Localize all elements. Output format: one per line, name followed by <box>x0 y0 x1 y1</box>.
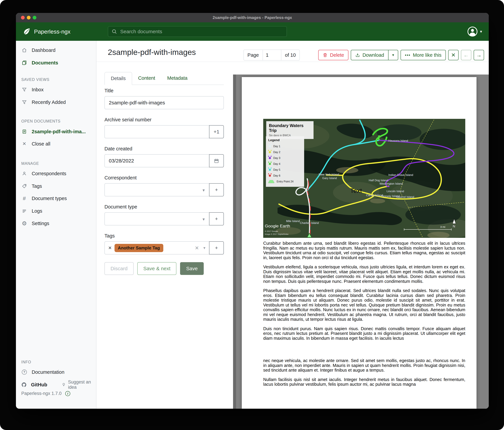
legend-item: Day 6 <box>268 173 302 178</box>
asn-next-button[interactable]: +1 <box>209 125 224 138</box>
zoom-window-icon[interactable] <box>33 16 36 19</box>
sidebar-item-correspondents[interactable]: Correspondents <box>16 168 96 178</box>
info-icon[interactable]: i <box>65 391 70 396</box>
sidebar-item-label: Document types <box>32 196 67 201</box>
page-total: of 10 <box>281 50 300 60</box>
map-label-island: Lincoln Island <box>387 190 404 193</box>
window-titlebar[interactable]: 2sample-pdf-with-images - Paperless-ngx <box>16 13 489 22</box>
add-tag-button[interactable]: + <box>209 241 224 254</box>
leaf-logo-icon <box>23 28 31 36</box>
tab-details[interactable]: Details <box>104 72 132 85</box>
gear-icon: ⚙ <box>21 221 27 226</box>
map-label-island: New York Island <box>319 173 339 176</box>
document-title: 2sample-pdf-with-images <box>108 47 196 57</box>
google-earth-credit: Google Earth <box>265 224 290 228</box>
save-button[interactable]: Save <box>180 262 204 275</box>
document-form: Details Content Metadata Title Archive s… <box>104 72 224 275</box>
pdf-page: Hausons Island New York Island Gary Isla… <box>242 77 477 409</box>
sidebar-item-documentation[interactable]: ? Documentation <box>16 367 96 377</box>
caret-down-icon[interactable]: ▾ <box>203 245 205 250</box>
sidebar-item-dashboard[interactable]: Dashboard <box>16 45 96 55</box>
page-number-input[interactable] <box>262 50 281 60</box>
tag-chip[interactable]: Another Sample Tag <box>115 244 163 252</box>
document-type-select[interactable]: ▾ <box>104 212 209 225</box>
sidebar-item-label: Documentation <box>32 369 64 375</box>
sidebar: Dashboard Documents SAVED VIEWS Inbox Re… <box>16 41 96 409</box>
close-document-button[interactable]: ✕ <box>448 50 459 60</box>
entry-point-marker-icon <box>268 180 274 183</box>
user-menu[interactable]: ▾ <box>467 22 482 41</box>
tags-select[interactable]: ✕ Another Sample Tag ✕ ▾ <box>104 241 209 254</box>
pdf-preview-pane[interactable]: Hausons Island New York Island Gary Isla… <box>233 75 489 409</box>
paragraph: Phasellus dapibus quam a hendrerit place… <box>263 288 465 322</box>
minimize-window-icon[interactable] <box>27 16 30 19</box>
sidebar-item-settings[interactable]: ⚙ Settings <box>16 218 96 228</box>
add-document-type-button[interactable]: + <box>209 212 224 225</box>
map-label-island: Washington Island <box>379 182 403 185</box>
hash-icon: # <box>21 196 27 201</box>
tag-icon <box>21 184 27 189</box>
sidebar-item-tags[interactable]: Tags <box>16 181 96 191</box>
map-scale-label: 3 mi <box>440 225 445 228</box>
add-correspondent-button[interactable]: + <box>209 183 224 196</box>
documents-icon <box>21 60 27 65</box>
clear-tags-icon[interactable]: ✕ <box>195 245 199 251</box>
download-button[interactable]: Download <box>351 50 388 60</box>
legend-item: Entry Point 24 <box>268 178 302 185</box>
download-options-button[interactable]: ▾ <box>388 50 398 60</box>
previous-document-button[interactable]: ← <box>461 50 471 60</box>
asn-label: Archive serial number <box>104 117 224 122</box>
ellipsis-icon: ••• <box>405 53 410 58</box>
list-icon <box>21 208 27 214</box>
sidebar-section-info: INFO <box>21 360 31 364</box>
map-legend: Legend Day 1 Day 2 Day 3 Day 4 Day 5 Day… <box>266 136 304 187</box>
map-label-island: Squirrel Island <box>396 196 414 199</box>
date-created-input[interactable] <box>104 154 209 167</box>
main-content: 2sample-pdf-with-images Page of 10 Delet… <box>96 41 489 409</box>
brand[interactable]: Paperless-ngx <box>23 22 71 41</box>
next-document-button[interactable]: → <box>474 50 484 60</box>
more-like-this-button[interactable]: ••• More like this <box>401 50 446 60</box>
sidebar-item-close-all[interactable]: ✕ Close all <box>16 139 96 149</box>
discard-button[interactable]: Discard <box>104 262 134 275</box>
preview-scroll-edge[interactable] <box>233 75 236 409</box>
sidebar-item-label: Recently Added <box>32 100 66 105</box>
app-version: Paperless-ngx 1.7.0 i <box>21 391 70 396</box>
sidebar-item-documents[interactable]: Documents <box>16 58 96 68</box>
document-type-label: Document type <box>104 204 224 210</box>
sidebar-item-label: Tags <box>32 183 42 189</box>
remove-tag-icon[interactable]: ✕ <box>108 245 112 251</box>
sidebar-item-label: GitHub <box>31 382 47 388</box>
paragraph: Nullam facilisis quis nisl sit amet iacu… <box>263 377 465 387</box>
title-input[interactable] <box>104 96 224 109</box>
save-and-next-button[interactable]: Save & next <box>137 262 177 275</box>
asn-input[interactable] <box>104 125 209 138</box>
avatar-icon <box>467 26 478 37</box>
sidebar-item-recently-added[interactable]: Recently Added <box>16 97 96 107</box>
sidebar-item-github[interactable]: GitHub Suggest an idea <box>16 380 96 390</box>
tab-metadata[interactable]: Metadata <box>161 72 193 84</box>
caret-down-icon: ▾ <box>203 217 205 222</box>
sidebar-item-suggest-idea[interactable]: Suggest an idea <box>62 380 96 390</box>
delete-button[interactable]: Delete <box>318 50 348 60</box>
sidebar-item-document-types[interactable]: # Document types <box>16 193 96 203</box>
sidebar-item-open-document[interactable]: 2sample-pdf-with-ima... <box>16 127 96 137</box>
document-controls: Page of 10 Delete Download ▾ ••• More li… <box>243 49 484 61</box>
map-image: Hausons Island New York Island Gary Isla… <box>263 119 465 238</box>
correspondent-select[interactable]: ▾ <box>104 183 209 196</box>
search-input[interactable] <box>120 28 283 35</box>
lightbulb-icon <box>62 382 66 387</box>
sidebar-item-label: Logs <box>32 208 42 214</box>
sidebar-item-inbox[interactable]: Inbox <box>16 84 96 95</box>
map-annotation-text: Text <box>350 187 362 194</box>
date-picker-button[interactable] <box>209 154 224 167</box>
close-window-icon[interactable] <box>21 16 25 19</box>
title-label: Title <box>104 88 224 93</box>
sidebar-item-logs[interactable]: Logs <box>16 206 96 216</box>
trash-icon <box>323 53 328 57</box>
search-box[interactable] <box>108 26 287 37</box>
brand-name: Paperless-ngx <box>34 28 71 35</box>
close-icon: ✕ <box>21 141 27 146</box>
map-label-island: Half Dog Island <box>369 179 388 182</box>
tab-content[interactable]: Content <box>132 72 161 84</box>
